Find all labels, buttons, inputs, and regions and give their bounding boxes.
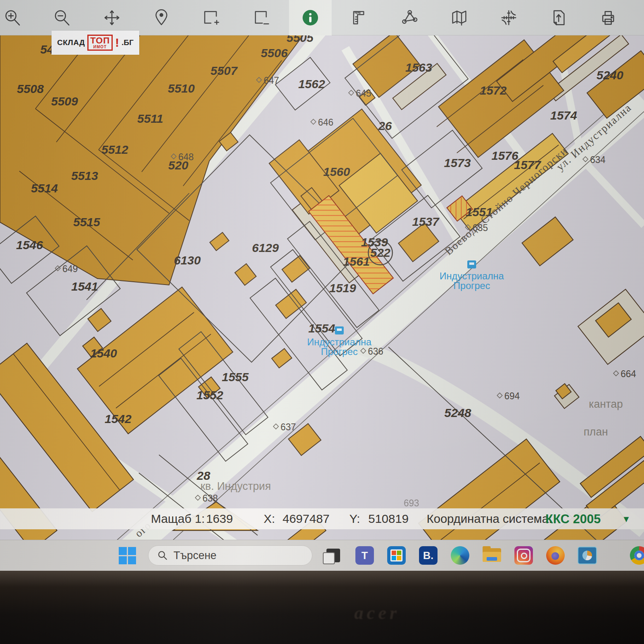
file-explorer-icon[interactable] [481, 544, 503, 567]
parcel-label: 5513 [71, 169, 98, 182]
parcel-label: 1552 [196, 388, 223, 402]
zoom-window-in-button[interactable] [190, 0, 232, 35]
taskbar-search-input[interactable]: Търсене [148, 545, 312, 566]
survey-point-label: 693 [404, 498, 419, 508]
chrome-icon[interactable] [628, 544, 644, 567]
parcel-label: 1546 [16, 238, 43, 252]
survey-point-icon [349, 90, 354, 95]
measure-area-button[interactable] [388, 0, 431, 35]
start-button[interactable] [116, 544, 138, 567]
microsoft-store-icon[interactable] [385, 544, 408, 567]
parcel-label: 5514 [31, 182, 58, 195]
parcel-label: 1519 [329, 281, 356, 295]
search-icon [157, 550, 168, 561]
survey-point-label: 647 [264, 75, 279, 86]
zoom-out-button[interactable] [41, 0, 83, 35]
search-placeholder: Търсене [173, 549, 217, 562]
map-sheet-button[interactable] [438, 0, 481, 35]
location-pin-button[interactable] [140, 0, 183, 35]
bus-stop-label: Индустриална [307, 336, 372, 347]
windows-taskbar: Търсене T B. [0, 540, 644, 571]
bus-stop-icon-window [337, 328, 342, 331]
logo-brand-top: ТОП [90, 36, 110, 45]
survey-point-label: 636 [368, 346, 383, 357]
map-toolbar [0, 0, 644, 35]
parcel-label: 5511 [137, 112, 163, 125]
parcel-label: 1562 [298, 77, 325, 91]
survey-point-label: 649 [62, 264, 78, 274]
y-value: 510819 [368, 512, 409, 526]
parcel-label: 1554 [308, 322, 335, 335]
measure-ruler-button[interactable] [339, 0, 381, 35]
survey-point-icon [497, 393, 502, 398]
parcel-label: 5508 [17, 82, 44, 95]
parcel-label: 1574 [550, 109, 577, 122]
bus-stop-label: Индустриална [440, 270, 504, 281]
area-label: кв. Индустрия [200, 480, 271, 492]
scale-label: Мащаб 1: [151, 512, 205, 526]
parcel-label: 6130 [174, 254, 201, 267]
parcel-label: 1560 [323, 165, 350, 178]
parcel-label: 1540 [90, 347, 117, 360]
survey-point-icon [311, 119, 316, 124]
firefox-icon[interactable] [544, 544, 567, 567]
laptop-brand-logo: acer [354, 602, 400, 623]
crs-label: Координатна система: [427, 512, 552, 526]
parcel-label: 1561 [343, 255, 370, 268]
logo-exclaim: ! [115, 38, 119, 47]
sklad-top-imot-watermark: СКЛАД ТОП ИМОТ ! .БГ [52, 31, 139, 55]
logo-suffix: .БГ [122, 38, 134, 47]
bus-stop-label: Прогрес [321, 346, 357, 357]
survey-point-label: 664 [621, 369, 636, 379]
parcel-label: 5507 [211, 64, 238, 77]
parcel-label: 26 [378, 119, 392, 132]
survey-point-label: 638 [202, 493, 218, 504]
logo-brand-bottom: ИМОТ [90, 45, 110, 49]
survey-point-label: 645 [356, 88, 371, 99]
edge-icon[interactable] [449, 544, 471, 567]
logo-prefix: СКЛАД [57, 38, 85, 47]
survey-point-label: 646 [318, 117, 333, 128]
instagram-icon[interactable] [512, 544, 535, 567]
task-view-button[interactable] [322, 544, 345, 567]
zoom-window-out-button[interactable] [239, 0, 282, 35]
y-label: Y: [349, 512, 360, 526]
booking-icon[interactable]: B. [417, 544, 440, 567]
logo-brand-box: ТОП ИМОТ [87, 35, 113, 51]
parcel-label: 1573 [444, 156, 471, 169]
survey-point-label: 637 [281, 422, 296, 432]
survey-point-label: 634 [590, 155, 606, 165]
export-page-button[interactable] [537, 0, 580, 35]
coordinate-grid-button[interactable] [487, 0, 530, 35]
x-label: X: [264, 512, 275, 526]
parcel-label: 5510 [168, 82, 195, 95]
scale-value: 1639 [206, 512, 233, 526]
teams-icon[interactable]: T [353, 544, 376, 567]
parcel-label: 5512 [101, 143, 128, 156]
parcel-label: 5509 [51, 95, 78, 108]
parcel-label: 5515 [73, 215, 101, 229]
zoom-in-button[interactable] [0, 0, 34, 35]
parcel-label: 1542 [105, 412, 132, 425]
map-status-bar: Мащаб 1: 1639 X: 4697487 Y: 510819 Коорд… [0, 508, 644, 529]
print-button[interactable] [587, 0, 630, 35]
parcel-label: 1541 [71, 280, 98, 293]
info-button[interactable] [289, 0, 332, 35]
survey-point-label: 648 [178, 152, 194, 162]
crs-caret-icon[interactable]: ▼ [622, 514, 631, 524]
survey-point-icon [613, 371, 619, 376]
selected-parcel-label: 522 [370, 246, 390, 259]
area-label: кантар [589, 398, 623, 410]
parcel-label: 1563 [405, 61, 432, 74]
parcel-label: 5240 [597, 68, 623, 82]
area-label: план [584, 426, 608, 438]
parcel-label: 5248 [444, 406, 471, 419]
pan-button[interactable] [91, 0, 133, 35]
crs-value-dropdown[interactable]: ККС 2005 [545, 512, 601, 526]
diagram-app-icon[interactable] [576, 544, 599, 567]
parcel-label: 6129 [252, 241, 279, 254]
photographed-laptop-screen: 5499550555065507156215635508550955105511… [0, 0, 644, 644]
parcel-label: 1537 [412, 215, 440, 228]
parcel-label: 5506 [261, 46, 288, 60]
bus-stop-label: Прогрес [453, 280, 490, 291]
